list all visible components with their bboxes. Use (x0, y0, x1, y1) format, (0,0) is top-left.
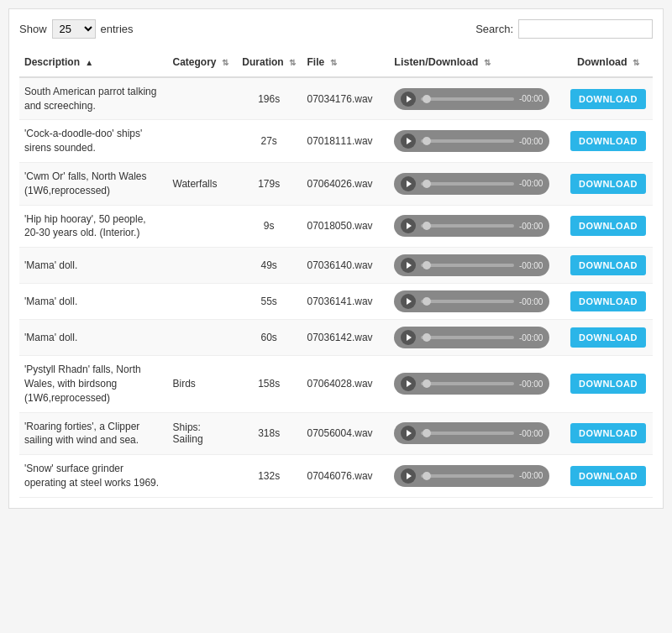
audio-player[interactable]: -00:00 (394, 88, 549, 110)
search-input[interactable] (518, 19, 653, 39)
download-button[interactable]: DOWNLOAD (570, 131, 646, 151)
play-button[interactable] (401, 92, 416, 107)
play-button[interactable] (401, 376, 416, 391)
time-label: -00:00 (519, 379, 543, 389)
sort-icon-category: ⇅ (222, 58, 228, 67)
audio-player[interactable]: -00:00 (394, 465, 549, 487)
table-row: 'Hip hip hooray', 50 people, 20-30 years… (19, 205, 653, 248)
table-row: South American parrot talking and screec… (19, 77, 653, 120)
progress-dot (423, 261, 431, 269)
cell-download: DOWNLOAD (564, 412, 653, 455)
cell-category: Waterfalls (168, 162, 236, 205)
show-label: Show (19, 23, 47, 35)
col-listen-download[interactable]: Listen/Download ⇅ (389, 49, 564, 77)
download-button[interactable]: DOWNLOAD (570, 216, 646, 236)
time-label: -00:00 (519, 261, 543, 270)
table-row: 'Roaring forties', a Clipper sailing wit… (19, 412, 653, 455)
audio-player[interactable]: -00:00 (394, 327, 549, 348)
play-button[interactable] (401, 218, 416, 233)
cell-description: 'Roaring forties', a Clipper sailing wit… (19, 412, 168, 455)
download-button[interactable]: DOWNLOAD (570, 174, 646, 194)
progress-track[interactable] (421, 300, 514, 303)
download-button[interactable]: DOWNLOAD (570, 327, 646, 348)
table-header: Description ▲ Category ⇅ Duration ⇅ File… (19, 49, 653, 77)
cell-player: -00:00 (389, 162, 564, 205)
audio-player[interactable]: -00:00 (394, 254, 549, 276)
progress-track[interactable] (421, 97, 514, 101)
audio-player[interactable]: -00:00 (394, 130, 549, 152)
download-button[interactable]: DOWNLOAD (570, 89, 646, 109)
cell-download: DOWNLOAD (564, 162, 653, 205)
audio-player[interactable]: -00:00 (394, 373, 549, 395)
audio-player[interactable]: -00:00 (394, 422, 549, 444)
progress-track[interactable] (421, 382, 514, 385)
col-description[interactable]: Description ▲ (19, 49, 168, 77)
progress-dot (423, 333, 431, 342)
cell-description: 'Cwm Or' falls, North Wales (1W6,reproce… (19, 162, 168, 205)
table-row: 'Snow' surface grinder operating at stee… (19, 455, 653, 498)
table-row: 'Mama' doll. 55s 07036141.wav -00:00 DOW… (19, 284, 653, 320)
progress-track[interactable] (421, 336, 514, 339)
cell-description: South American parrot talking and screec… (19, 77, 168, 120)
progress-dot (423, 379, 431, 388)
progress-dot (423, 180, 431, 188)
cell-player: -00:00 (389, 412, 564, 455)
cell-download: DOWNLOAD (564, 120, 653, 163)
col-file[interactable]: File ⇅ (302, 49, 390, 77)
progress-dot (423, 137, 431, 145)
col-download[interactable]: Download ⇅ (564, 49, 653, 77)
time-label: -00:00 (519, 333, 543, 343)
audio-player[interactable]: -00:00 (394, 215, 549, 237)
cell-duration: 27s (236, 120, 302, 163)
progress-track[interactable] (421, 182, 514, 186)
cell-description: 'Pystyll Rhadn' falls, North Wales, with… (19, 356, 168, 412)
time-label: -00:00 (519, 179, 543, 188)
sort-icon-description: ▲ (85, 57, 93, 69)
cell-duration: 318s (236, 412, 302, 455)
table-row: 'Pystyll Rhadn' falls, North Wales, with… (19, 356, 653, 412)
cell-description: 'Mama' doll. (19, 284, 168, 320)
cell-download: DOWNLOAD (564, 356, 653, 412)
download-button[interactable]: DOWNLOAD (570, 374, 646, 394)
main-container: Show 25 10 50 100 entries Search: Descri… (8, 8, 664, 509)
search-label: Search: (475, 23, 513, 35)
progress-track[interactable] (421, 474, 514, 478)
download-button[interactable]: DOWNLOAD (570, 291, 646, 311)
progress-track[interactable] (421, 264, 514, 267)
cell-duration: 179s (236, 162, 302, 205)
col-category[interactable]: Category ⇅ (168, 49, 236, 77)
progress-track[interactable] (421, 432, 514, 435)
cell-file: 07036140.wav (302, 248, 390, 284)
entries-label: entries (101, 23, 134, 35)
play-button[interactable] (401, 258, 416, 273)
cell-duration: 196s (236, 77, 302, 120)
progress-track[interactable] (421, 224, 514, 228)
results-table: Description ▲ Category ⇅ Duration ⇅ File… (19, 49, 653, 498)
cell-category (168, 284, 236, 320)
play-button[interactable] (401, 176, 416, 191)
progress-dot (423, 95, 431, 103)
audio-player[interactable]: -00:00 (394, 173, 549, 195)
entries-select[interactable]: 25 10 50 100 (52, 19, 96, 39)
cell-duration: 49s (236, 248, 302, 284)
cell-description: 'Cock-a-doodle-doo' ships' sirens sounde… (19, 120, 168, 163)
download-button[interactable]: DOWNLOAD (570, 466, 646, 486)
play-button[interactable] (401, 133, 416, 149)
progress-track[interactable] (421, 139, 514, 143)
play-button[interactable] (401, 426, 416, 441)
top-bar: Show 25 10 50 100 entries Search: (19, 19, 653, 39)
audio-player[interactable]: -00:00 (394, 290, 549, 312)
col-duration[interactable]: Duration ⇅ (236, 49, 302, 77)
cell-player: -00:00 (389, 248, 564, 284)
cell-description: 'Mama' doll. (19, 320, 168, 356)
cell-category (168, 320, 236, 356)
download-button[interactable]: DOWNLOAD (570, 423, 646, 443)
play-button[interactable] (401, 330, 416, 345)
search-bar: Search: (475, 19, 653, 39)
download-button[interactable]: DOWNLOAD (570, 255, 646, 275)
play-button[interactable] (401, 468, 416, 484)
cell-download: DOWNLOAD (564, 77, 653, 120)
cell-file: 07046076.wav (302, 455, 390, 498)
table-row: 'Cwm Or' falls, North Wales (1W6,reproce… (19, 162, 653, 205)
play-button[interactable] (401, 294, 416, 309)
